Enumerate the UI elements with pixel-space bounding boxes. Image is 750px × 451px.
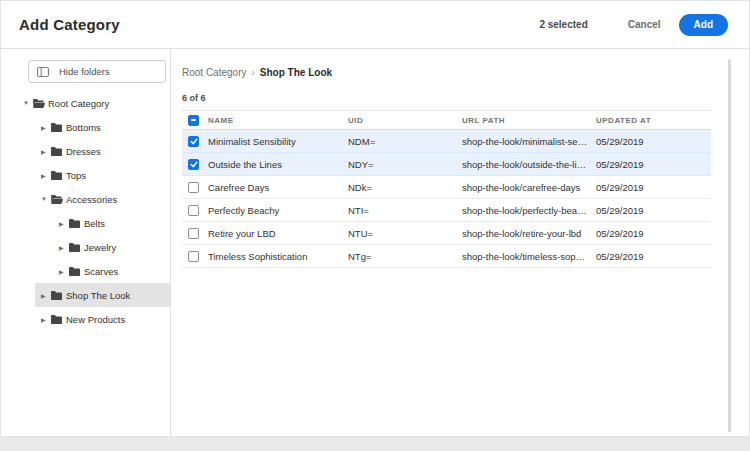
cell-name: Perfectly Beachy [208, 205, 348, 216]
sidebar-item-shop-the-look[interactable]: ▶Shop The Look [35, 283, 170, 307]
tree-item-label: Shop The Look [66, 290, 130, 301]
cell-url-path: shop-the-look/retire-your-lbd [462, 228, 596, 239]
folder-tree: ▼Root Category▶Bottoms▶Dresses▶Tops▼Acce… [1, 91, 170, 331]
page-title: Add Category [19, 16, 120, 33]
chevron-right-icon[interactable]: ▶ [59, 244, 69, 251]
table-body: Minimalist SensibilityNDM=shop-the-look/… [182, 130, 711, 268]
header-actions: 2 selected Cancel Add [539, 14, 728, 36]
sidebar-item-tops[interactable]: ▶Tops [35, 163, 170, 187]
table-row[interactable]: Retire your LBDNTU=shop-the-look/retire-… [182, 222, 711, 245]
table-header: NAME UID URL PATH UPDATED AT [182, 110, 711, 130]
tree-item-label: Belts [84, 218, 105, 229]
add-category-dialog: Add Category 2 selected Cancel Add Hide … [0, 0, 750, 437]
sidebar-item-new-products[interactable]: ▶New Products [35, 307, 170, 331]
cell-uid: NDM= [348, 136, 462, 147]
sidebar-item-root-category[interactable]: ▼Root Category [17, 91, 170, 115]
tree-item-label: Accessories [66, 194, 117, 205]
folder-icon [69, 219, 84, 228]
cell-name: Carefree Days [208, 182, 348, 193]
row-checkbox[interactable] [188, 228, 199, 239]
chevron-right-icon[interactable]: ▶ [41, 316, 51, 323]
column-header-updated-at[interactable]: UPDATED AT [596, 116, 711, 125]
sidebar-item-bottoms[interactable]: ▶Bottoms [35, 115, 170, 139]
row-checkbox[interactable] [188, 251, 199, 262]
tree-item-label: Tops [66, 170, 86, 181]
hide-folders-button[interactable]: Hide folders [28, 60, 166, 83]
chevron-right-icon[interactable]: ▶ [59, 220, 69, 227]
breadcrumb: Root Category›Shop The Look [182, 67, 711, 78]
cell-updated-at: 05/29/2019 [596, 228, 711, 239]
dialog-body: Hide folders ▼Root Category▶Bottoms▶Dres… [1, 49, 749, 436]
tree-item-label: Jewelry [84, 242, 116, 253]
selected-count: 2 selected [539, 19, 587, 30]
vertical-scrollbar[interactable] [728, 59, 731, 432]
main-content: Root Category›Shop The Look 6 of 6 NAME … [171, 49, 749, 436]
result-count: 6 of 6 [182, 93, 711, 103]
panel-icon [37, 67, 52, 77]
cell-uid: NDY= [348, 159, 462, 170]
cell-uid: NTI= [348, 205, 462, 216]
chevron-right-icon[interactable]: ▶ [41, 124, 51, 131]
chevron-right-icon[interactable]: ▶ [41, 148, 51, 155]
chevron-right-icon[interactable]: ▶ [59, 268, 69, 275]
sidebar-item-scarves[interactable]: ▶Scarves [53, 259, 170, 283]
table-row[interactable]: Minimalist SensibilityNDM=shop-the-look/… [182, 130, 711, 153]
table-row[interactable]: Perfectly BeachyNTI=shop-the-look/perfec… [182, 199, 711, 222]
tree-item-label: Scarves [84, 266, 118, 277]
folder-icon [51, 291, 66, 300]
folder-icon [51, 147, 66, 156]
folder-icon [33, 99, 48, 108]
results-table: NAME UID URL PATH UPDATED AT Minimalist … [182, 110, 711, 268]
cell-updated-at: 05/29/2019 [596, 136, 711, 147]
folder-icon [51, 171, 66, 180]
cell-uid: NDk= [348, 182, 462, 193]
cell-name: Timeless Sophistication [208, 251, 348, 262]
cell-updated-at: 05/29/2019 [596, 182, 711, 193]
column-header-uid[interactable]: UID [348, 116, 462, 125]
sidebar-item-accessories[interactable]: ▼Accessories [35, 187, 170, 211]
cell-updated-at: 05/29/2019 [596, 205, 711, 216]
add-button[interactable]: Add [679, 14, 728, 36]
sidebar-item-belts[interactable]: ▶Belts [53, 211, 170, 235]
table-row[interactable]: Outside the LinesNDY=shop-the-look/outsi… [182, 153, 711, 176]
folder-sidebar: Hide folders ▼Root Category▶Bottoms▶Dres… [1, 49, 171, 436]
cell-url-path: shop-the-look/carefree-days [462, 182, 596, 193]
folder-icon [69, 243, 84, 252]
table-row[interactable]: Carefree DaysNDk=shop-the-look/carefree-… [182, 176, 711, 199]
column-header-name[interactable]: NAME [208, 116, 348, 125]
sidebar-item-dresses[interactable]: ▶Dresses [35, 139, 170, 163]
breadcrumb-separator: › [251, 67, 254, 78]
row-checkbox[interactable] [188, 136, 199, 147]
cell-url-path: shop-the-look/minimalist-sensibi... [462, 136, 596, 147]
row-checkbox[interactable] [188, 182, 199, 193]
sidebar-item-jewelry[interactable]: ▶Jewelry [53, 235, 170, 259]
column-header-url-path[interactable]: URL PATH [462, 116, 596, 125]
cell-uid: NTg= [348, 251, 462, 262]
folder-icon [51, 195, 66, 204]
cell-name: Retire your LBD [208, 228, 348, 239]
cancel-button[interactable]: Cancel [628, 19, 661, 30]
folder-icon [51, 123, 66, 132]
select-all-checkbox[interactable] [188, 115, 199, 126]
chevron-down-icon[interactable]: ▼ [41, 196, 51, 202]
tree-item-label: Bottoms [66, 122, 101, 133]
cell-name: Outside the Lines [208, 159, 348, 170]
row-checkbox[interactable] [188, 205, 199, 216]
cell-url-path: shop-the-look/perfectly-beachy [462, 205, 596, 216]
table-row[interactable]: Timeless SophisticationNTg=shop-the-look… [182, 245, 711, 268]
breadcrumb-current: Shop The Look [260, 67, 332, 78]
cell-updated-at: 05/29/2019 [596, 251, 711, 262]
hide-folders-label: Hide folders [59, 66, 110, 77]
folder-icon [69, 267, 84, 276]
cell-updated-at: 05/29/2019 [596, 159, 711, 170]
dialog-header: Add Category 2 selected Cancel Add [1, 1, 749, 49]
tree-item-label: New Products [66, 314, 125, 325]
breadcrumb-root[interactable]: Root Category [182, 67, 246, 78]
chevron-right-icon[interactable]: ▶ [41, 292, 51, 299]
chevron-down-icon[interactable]: ▼ [23, 100, 33, 106]
tree-item-label: Dresses [66, 146, 101, 157]
cell-url-path: shop-the-look/timeless-sophistic... [462, 251, 596, 262]
chevron-right-icon[interactable]: ▶ [41, 172, 51, 179]
row-checkbox[interactable] [188, 159, 199, 170]
cell-name: Minimalist Sensibility [208, 136, 348, 147]
